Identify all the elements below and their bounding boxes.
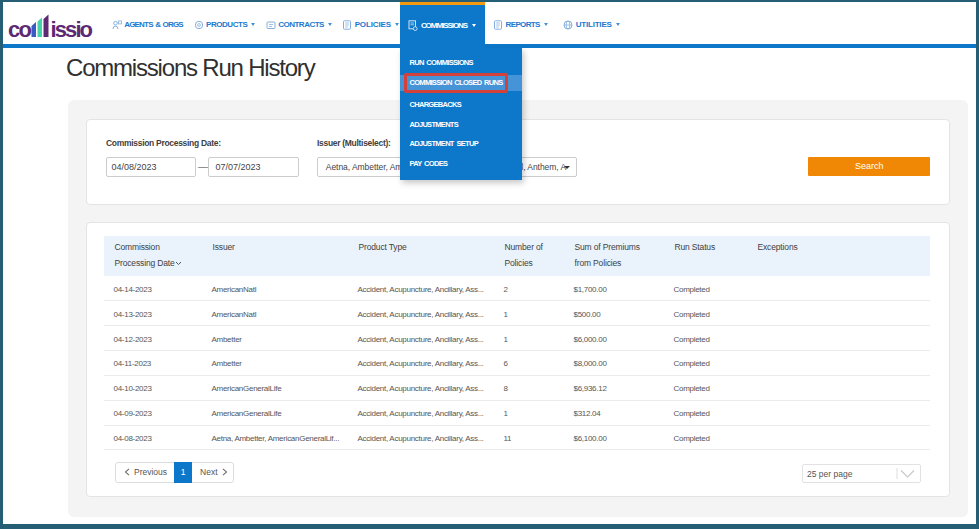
svg-text:co: co [8,17,31,40]
svg-text:issio: issio [51,17,93,40]
